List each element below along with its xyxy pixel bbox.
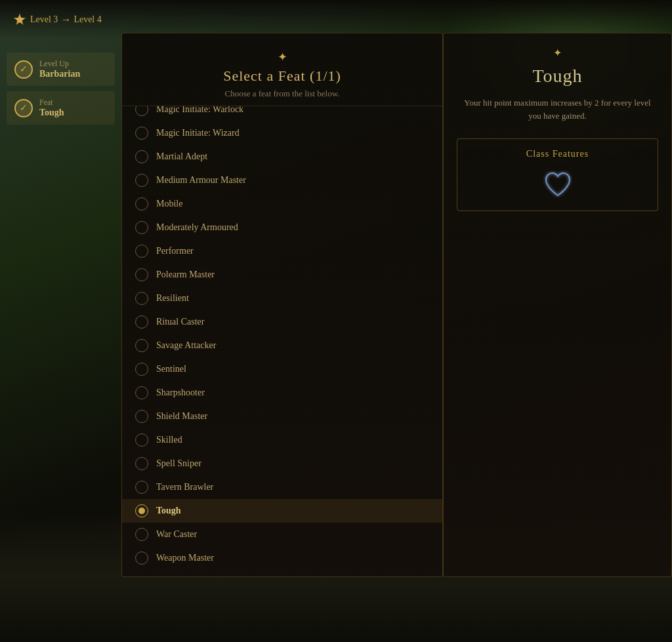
radio-war-caster [135,528,148,541]
feat-item-ritual-caster[interactable]: Ritual Caster [122,310,442,334]
class-feature-icon [467,169,648,201]
radio-performer [135,245,148,258]
checkmark-feat: ✓ [20,102,28,113]
radio-magic-initiate-warlock [135,106,148,116]
feat-item-sharpshooter[interactable]: Sharpshooter [122,381,442,405]
feat-name-war-caster: War Caster [156,529,197,540]
heart-with-cross-icon [542,169,574,201]
radio-ritual-caster [135,315,148,329]
feat-name-medium-armour-master: Medium Armour Master [156,175,246,186]
feat-item-resilient[interactable]: Resilient [122,287,442,310]
feat-item-martial-adept[interactable]: Martial Adept [122,145,442,169]
feat-name-martial-adept: Martial Adept [156,151,207,162]
detail-ornament: ✦ [457,47,658,59]
sidebar-label-feat: Feat [39,98,64,108]
radio-sentinel [135,363,148,376]
sidebar-text-feat: Feat Tough [39,98,64,118]
panel-title: Select a Feat (1/1) [135,68,429,85]
sidebar-text-levelup: Level Up Barbarian [39,59,80,79]
feat-name-sharpshooter: Sharpshooter [156,388,205,398]
panel-header: ✦ Select a Feat (1/1) Choose a feat from… [122,33,442,106]
feat-name-resilient: Resilient [156,293,189,304]
sidebar-value-levelup: Barbarian [39,69,80,79]
feat-item-mobile[interactable]: Mobile [122,192,442,216]
feat-name-skilled: Skilled [156,435,182,445]
radio-sharpshooter [135,386,148,399]
class-features-section: Class Features [457,138,658,211]
radio-magic-initiate-wizard [135,127,148,140]
radio-tavern-brawler [135,481,148,494]
feat-name-moderately-armoured: Moderately Armoured [156,222,238,233]
sidebar-label-levelup: Level Up [39,59,80,69]
radio-medium-armour-master [135,174,148,187]
feat-name-performer: Performer [156,246,194,256]
left-sidebar: ✓ Level Up Barbarian ✓ Feat Tough [0,39,121,143]
feat-item-medium-armour-master[interactable]: Medium Armour Master [122,169,442,192]
feat-name-weapon-master: Weapon Master [156,553,214,563]
feat-item-performer[interactable]: Performer [122,239,442,263]
feat-item-tavern-brawler[interactable]: Tavern Brawler [122,475,442,499]
top-nav: Level 3 → Level 4 [0,0,672,39]
panel-ornament-top: ✦ [135,50,429,64]
radio-moderately-armoured [135,221,148,234]
radio-spell-sniper [135,457,148,470]
radio-resilient [135,292,148,305]
feat-name-ritual-caster: Ritual Caster [156,317,205,327]
sidebar-item-feat[interactable]: ✓ Feat Tough [7,91,115,125]
feat-name-spell-sniper: Spell Sniper [156,458,201,469]
level4-label: Level 4 [74,14,101,25]
feat-item-tough[interactable]: Tough [122,499,442,523]
level-arrow: → [60,14,71,26]
sidebar-value-feat: Tough [39,108,64,118]
feat-name-mobile: Mobile [156,199,182,209]
feat-item-savage-attacker[interactable]: Savage Attacker [122,334,442,357]
detail-panel: ✦ Tough Your hit point maximum increases… [443,33,672,577]
panel-subtitle: Choose a feat from the list below. [135,89,429,99]
feat-item-sentinel[interactable]: Sentinel [122,357,442,381]
feat-name-tavern-brawler: Tavern Brawler [156,482,213,492]
feat-item-polearm-master[interactable]: Polearm Master [122,263,442,287]
level-icon [13,13,26,26]
feat-name-shield-master: Shield Master [156,411,207,422]
check-circle-feat: ✓ [14,99,33,117]
feat-list: Lightly ArmouredLuckyMage SlayerMagic In… [122,106,442,576]
feat-name-tough: Tough [156,506,181,516]
feat-name-sentinel: Sentinel [156,364,186,374]
feat-item-skilled[interactable]: Skilled [122,428,442,452]
feat-item-magic-initiate-warlock[interactable]: Magic Initiate: Warlock [122,106,442,121]
radio-shield-master [135,410,148,423]
level3-label: Level 3 [30,14,58,25]
detail-description: Your hit point maximum increases by 2 fo… [457,96,658,122]
radio-polearm-master [135,268,148,281]
radio-tough [135,504,148,517]
radio-martial-adept [135,150,148,163]
level4-item: Level 4 [74,14,101,25]
main-panel: ✦ Select a Feat (1/1) Choose a feat from… [121,33,443,577]
checkmark-levelup: ✓ [20,64,28,75]
feat-item-magic-initiate-wizard[interactable]: Magic Initiate: Wizard [122,121,442,145]
radio-savage-attacker [135,339,148,352]
radio-weapon-master [135,552,148,565]
class-features-title: Class Features [467,149,648,159]
sidebar-item-levelup[interactable]: ✓ Level Up Barbarian [7,52,115,86]
detail-title: Tough [457,66,658,87]
radio-skilled [135,433,148,447]
radio-mobile [135,197,148,211]
feat-name-magic-initiate-wizard: Magic Initiate: Wizard [156,128,240,138]
feat-name-magic-initiate-warlock: Magic Initiate: Warlock [156,106,243,115]
feat-item-moderately-armoured[interactable]: Moderately Armoured [122,216,442,239]
feat-item-weapon-master[interactable]: Weapon Master [122,546,442,570]
feat-item-shield-master[interactable]: Shield Master [122,405,442,428]
feat-item-war-caster[interactable]: War Caster [122,523,442,546]
feat-item-spell-sniper[interactable]: Spell Sniper [122,452,442,475]
level3-item: Level 3 [13,13,58,26]
radio-inner-tough [138,508,145,514]
check-circle-levelup: ✓ [14,60,33,79]
feat-name-polearm-master: Polearm Master [156,270,215,280]
feat-name-savage-attacker: Savage Attacker [156,340,216,351]
